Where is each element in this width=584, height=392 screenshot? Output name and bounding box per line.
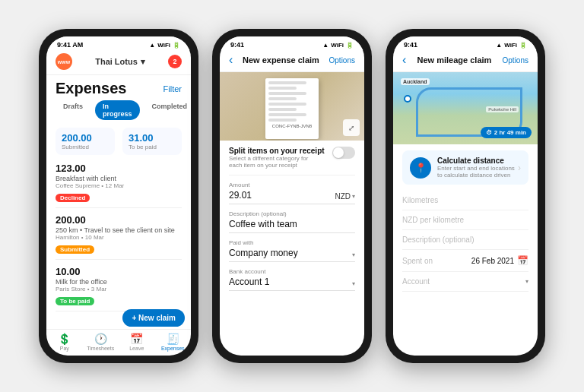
mileage-form: Kilometres NZD per kilometre Description… — [393, 191, 538, 356]
status-time-3: 9:41 — [404, 41, 417, 49]
currency-dropdown-arrow: ▾ — [352, 193, 355, 200]
status-icons-3: ▲ WiFi 🔋 — [496, 42, 527, 49]
pay-icon: 💲 — [58, 333, 71, 345]
bank-account-dropdown-arrow[interactable]: ▾ — [352, 280, 355, 287]
expand-button[interactable]: ⤢ — [343, 119, 360, 136]
expenses-icon: 🧾 — [167, 333, 179, 345]
paid-with-dropdown-arrow[interactable]: ▾ — [352, 251, 355, 258]
badge-topaid: To be paid — [56, 297, 94, 305]
nav-pay[interactable]: 💲 Pay — [46, 333, 83, 351]
status-time-2: 9:41 — [230, 41, 244, 49]
claim-header: ‹ New expense claim Options — [220, 50, 364, 72]
status-icons-1: ▲ WiFi 🔋 — [149, 42, 180, 49]
bank-account-field: Bank account Account 1 ▾ — [229, 268, 355, 291]
phone-new-expense: 9:41 ▲ WiFi 🔋 ‹ New expense claim Option… — [212, 29, 372, 363]
phone-new-mileage: 9:41 ▲ WiFi 🔋 ‹ New mileage claim Option… — [386, 29, 545, 363]
nav-leave[interactable]: 📅 Leave — [119, 333, 155, 351]
status-bar-1: 9:41 AM ▲ WiFi 🔋 — [46, 36, 191, 50]
expense-item-1[interactable]: 123.00 Breakfast with client Coffee Supr… — [56, 163, 182, 208]
stat-submitted: 200.00 Submitted — [56, 128, 115, 155]
distance-icon: 📍 — [410, 157, 431, 179]
nav-expenses[interactable]: 🧾 Expenses — [155, 333, 192, 351]
options-button[interactable]: Options — [329, 56, 355, 65]
calculate-distance-box[interactable]: 📍 Calculate distance Enter start and end… — [402, 150, 528, 185]
stat-topaid: 31.00 To be paid — [122, 128, 182, 155]
nav-timesheets[interactable]: 🕐 Timesheets — [83, 333, 119, 351]
status-time-1: 9:41 AM — [57, 41, 83, 49]
notification-badge[interactable]: 2 — [168, 55, 182, 68]
split-text: Split items on your receipt Select a dif… — [229, 147, 325, 169]
nzd-per-km-field[interactable]: NZD per kilometre — [402, 210, 528, 230]
badge-declined: Declined — [56, 194, 90, 202]
mileage-claim-title: New mileage claim — [406, 55, 502, 65]
tabs-row: Drafts In progress Completed — [46, 100, 191, 120]
tab-completed[interactable]: Completed — [144, 100, 191, 120]
status-bar-2: 9:41 ▲ WiFi 🔋 — [220, 36, 364, 50]
avatar: www — [56, 53, 72, 70]
city-label: Auckland — [401, 78, 430, 85]
receipt-image: CONC-FYNB-JVN8 ⤢ — [220, 72, 364, 141]
expense-form: Split items on your receipt Select a dif… — [220, 141, 364, 356]
badge-submitted: Submitted — [56, 245, 94, 254]
timesheets-icon: 🕐 — [94, 333, 107, 345]
org-title[interactable]: Thai Lotus ▾ — [95, 57, 145, 67]
receipt-paper: CONC-FYNB-JVN8 — [265, 78, 319, 139]
amount-field: Amount 29.01 NZD ▾ — [229, 182, 355, 204]
map: Auckland Pukekohe Hill ⏱ 2 hr 49 min — [393, 72, 538, 144]
mileage-options-button[interactable]: Options — [503, 56, 528, 65]
toggle-knob — [333, 147, 344, 158]
mileage-claim-header: ‹ New mileage claim Options — [393, 50, 538, 72]
tab-inprogress[interactable]: In progress — [95, 100, 140, 120]
app-header: www Thai Lotus ▾ 2 — [46, 50, 191, 75]
account-dropdown-arrow[interactable]: ▾ — [525, 278, 528, 285]
split-toggle[interactable] — [332, 147, 355, 159]
duration-badge: ⏱ 2 hr 49 min — [481, 127, 532, 138]
status-icons-2: ▲ WiFi 🔋 — [322, 42, 354, 49]
description-field: Description (optional) Coffee with team — [229, 210, 355, 233]
map-pin — [404, 95, 411, 103]
currency-selector[interactable]: NZD ▾ — [335, 192, 355, 201]
account-field[interactable]: Account ▾ — [402, 272, 528, 292]
tab-drafts[interactable]: Drafts — [56, 100, 90, 120]
phone-expenses: 9:41 AM ▲ WiFi 🔋 www Thai Lotus ▾ 2 — [39, 29, 198, 363]
page-title: Expenses — [56, 80, 126, 97]
kilometres-field[interactable]: Kilometres — [402, 191, 528, 210]
claim-title: New expense claim — [233, 55, 328, 65]
bottom-nav: 💲 Pay 🕐 Timesheets 📅 Leave 🧾 Expenses — [46, 329, 191, 356]
mileage-description-field[interactable]: Description (optional) — [402, 230, 528, 250]
spent-on-field[interactable]: Spent on 26 Feb 2021 📅 — [402, 250, 528, 272]
chevron-right-icon: › — [518, 163, 521, 173]
split-toggle-row: Split items on your receipt Select a dif… — [229, 147, 355, 175]
paid-with-field: Paid with Company money ▾ — [229, 239, 355, 262]
leave-icon: 📅 — [130, 333, 143, 345]
stats-row: 200.00 Submitted 31.00 To be paid — [46, 125, 191, 158]
expense-list: 123.00 Breakfast with client Coffee Supr… — [46, 158, 191, 329]
page-header: Expenses Filter — [46, 75, 191, 100]
status-bar-3: 9:41 ▲ WiFi 🔋 — [393, 36, 538, 50]
new-claim-button[interactable]: + New claim — [122, 309, 185, 327]
expense-item-3[interactable]: 10.00 Milk for the office Paris Store • … — [56, 266, 182, 311]
expense-item-2[interactable]: 200.00 250 km • Travel to see the client… — [56, 214, 182, 260]
filter-button[interactable]: Filter — [163, 84, 182, 93]
calendar-icon[interactable]: 📅 — [517, 255, 528, 266]
suburb-label: Pukekohe Hill — [486, 106, 519, 112]
